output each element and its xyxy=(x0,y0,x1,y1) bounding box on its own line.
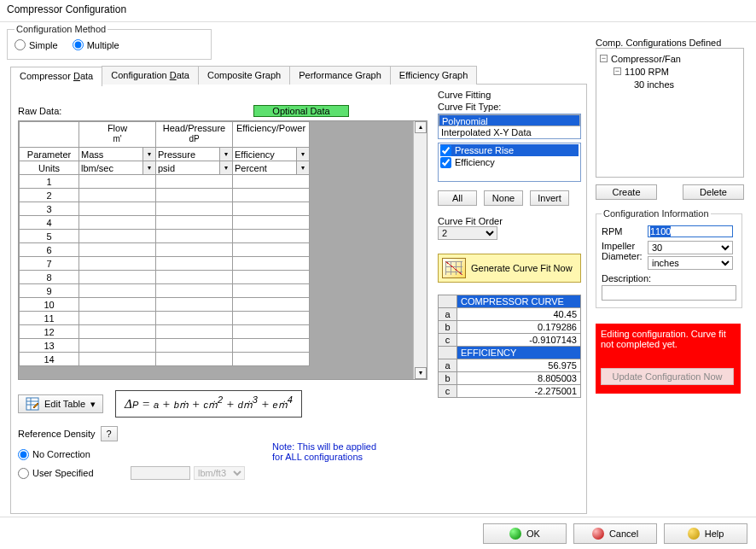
radio-simple[interactable] xyxy=(15,39,26,50)
ref-density-no-correction[interactable]: No Correction xyxy=(18,449,90,460)
tree-root[interactable]: Compressor/Fan xyxy=(611,54,681,64)
curve-fit-type-label: Curve Fit Type: xyxy=(438,102,583,112)
dropdown-arrow-icon[interactable]: ▾ xyxy=(219,148,232,161)
table-edit-icon xyxy=(26,397,39,411)
ok-button[interactable]: OK xyxy=(483,523,567,544)
select-all-button[interactable]: All xyxy=(438,190,477,206)
tab-performance-graph[interactable]: Performance Graph xyxy=(289,66,391,85)
radio-user-specified[interactable] xyxy=(18,468,29,479)
cancel-label: Cancel xyxy=(609,529,638,539)
check-icon xyxy=(509,528,521,540)
series-pressure-rise-label: Pressure Rise xyxy=(455,145,514,155)
configuration-info-legend: Configuration Information xyxy=(602,208,711,219)
curve-fit-type-interpolated[interactable]: Interpolated X-Y Data xyxy=(439,126,580,138)
select-none-button[interactable]: None xyxy=(484,190,523,206)
description-label: Description: xyxy=(602,273,651,283)
dropdown-arrow-icon[interactable]: ▾ xyxy=(219,161,232,174)
curve-fit-type-list[interactable]: Polynomial Interpolated X-Y Data xyxy=(438,114,581,139)
radio-no-correction-label: No Correction xyxy=(32,449,90,459)
window-title: Compressor Configuration xyxy=(0,0,756,22)
update-configuration-button: Update Configuration Now xyxy=(601,368,734,385)
tab-efficiency-graph[interactable]: Efficiency Graph xyxy=(390,66,478,85)
checkbox-efficiency[interactable] xyxy=(440,157,451,168)
create-button[interactable]: Create xyxy=(596,184,657,200)
config-method-multiple[interactable]: Multiple xyxy=(73,39,119,50)
dropdown-arrow-icon: ▾ xyxy=(90,399,96,410)
dropdown-arrow-icon[interactable]: ▾ xyxy=(296,148,309,161)
coeff-section-efficiency: EFFICIENCY xyxy=(457,347,581,359)
impeller-diameter-select[interactable]: 30 xyxy=(648,241,733,254)
cancel-icon xyxy=(592,528,604,540)
alert-panel: Editing configuration. Curve fit not com… xyxy=(596,324,741,394)
series-efficiency-label: Efficiency xyxy=(455,157,495,167)
ref-density-value-input xyxy=(131,466,190,480)
tree-toggle-child[interactable]: − xyxy=(614,67,621,75)
rpm-input[interactable]: 1100 xyxy=(648,225,733,237)
curve-fit-type-polynomial[interactable]: Polynomial xyxy=(439,114,580,126)
reference-density-help-button[interactable]: ? xyxy=(101,426,118,441)
tree-toggle-root[interactable]: − xyxy=(600,55,608,62)
coefficients-table: COMPRESSOR CURVE a40.45 b0.179286 c-0.91… xyxy=(438,295,581,398)
curve-fitting-legend: Curve Fitting xyxy=(438,90,583,100)
radio-user-specified-label: User Specified xyxy=(32,468,94,478)
raw-data-label: Raw Data: xyxy=(18,106,248,116)
curve-fit-series-list[interactable]: Pressure Rise Efficiency xyxy=(438,143,581,182)
ok-label: OK xyxy=(526,529,540,539)
radio-multiple-label: Multiple xyxy=(87,40,119,50)
checkbox-pressure-rise[interactable] xyxy=(440,145,451,156)
reference-density-group: Reference Density ? No Correction User S… xyxy=(18,426,274,482)
radio-no-correction[interactable] xyxy=(18,449,29,460)
dropdown-arrow-icon[interactable]: ▾ xyxy=(296,161,309,174)
config-method-group: Configuration Method Simple Multiple xyxy=(7,24,212,60)
tab-panel: Compressor Data Configuration Data Compo… xyxy=(10,84,587,514)
tab-composite-graph[interactable]: Composite Graph xyxy=(198,66,290,85)
formula-display: ΔP = a + bṁ + cṁ2 + dṁ3 + eṁ4 xyxy=(115,390,302,418)
generate-curve-icon xyxy=(442,258,466,278)
edit-table-label: Edit Table xyxy=(44,399,85,409)
radio-multiple[interactable] xyxy=(73,39,84,50)
reference-density-note: Note: This will be applied for ALL confi… xyxy=(272,441,417,462)
dropdown-arrow-icon[interactable]: ▾ xyxy=(142,148,155,161)
select-invert-button[interactable]: Invert xyxy=(530,190,569,206)
description-input[interactable] xyxy=(602,285,736,301)
tree-leaf[interactable]: 30 inches xyxy=(634,79,674,90)
rpm-label: RPM xyxy=(602,226,648,237)
ref-density-unit-select: lbm/ft3 xyxy=(194,466,245,480)
dropdown-arrow-icon[interactable]: ▾ xyxy=(142,161,155,174)
dialog-footer: OK Cancel Help xyxy=(0,517,756,549)
impeller-unit-select[interactable]: inches xyxy=(648,256,733,270)
help-button[interactable]: Help xyxy=(664,523,747,544)
configurations-tree[interactable]: −Compressor/Fan −1100 RPM 30 inches xyxy=(596,48,744,178)
tab-compressor-data[interactable]: Compressor Data xyxy=(10,67,102,86)
alert-text-line1: Editing configuration. Curve fit xyxy=(601,329,736,339)
radio-simple-label: Simple xyxy=(29,40,58,50)
series-efficiency[interactable]: Efficiency xyxy=(440,156,579,168)
cancel-button[interactable]: Cancel xyxy=(573,523,657,544)
curve-fit-order-label: Curve Fit Order xyxy=(438,216,583,226)
edit-table-button[interactable]: Edit Table ▾ xyxy=(18,394,103,413)
generate-curve-fit-label: Generate Curve Fit Now xyxy=(471,263,573,273)
grid-scrollbar[interactable]: ▴ ▾ xyxy=(413,121,427,379)
impeller-label: ImpellerDiameter: xyxy=(602,241,648,261)
coeff-section-compressor: COMPRESSOR CURVE xyxy=(457,295,581,308)
configuration-info-group: Configuration Information RPM 1100 Impel… xyxy=(596,208,742,308)
config-method-legend: Configuration Method xyxy=(15,24,108,34)
help-icon xyxy=(688,528,700,540)
curve-fitting-group: Curve Fitting Curve Fit Type: Polynomial… xyxy=(438,90,583,398)
delete-button[interactable]: Delete xyxy=(683,184,744,200)
series-pressure-rise[interactable]: Pressure Rise xyxy=(440,144,579,156)
scroll-up-icon[interactable]: ▴ xyxy=(415,121,427,133)
generate-curve-fit-button[interactable]: Generate Curve Fit Now xyxy=(438,254,581,283)
optional-data-badge: Optional Data xyxy=(253,105,349,117)
reference-density-legend: Reference Density xyxy=(18,429,96,439)
raw-data-grid[interactable]: Flowm'Head/PressuredPEfficiency/PowerPar… xyxy=(18,120,427,380)
ref-density-user-specified[interactable]: User Specified xyxy=(18,468,119,479)
scroll-down-icon[interactable]: ▾ xyxy=(415,367,427,379)
configurations-defined-label: Comp. Configurations Defined xyxy=(596,38,744,48)
config-method-simple[interactable]: Simple xyxy=(15,39,58,50)
alert-text-line2: not completed yet. xyxy=(601,339,736,349)
curve-fit-order-select[interactable]: 2 xyxy=(438,226,497,240)
tree-child[interactable]: 1100 RPM xyxy=(625,67,669,77)
tab-configuration-data[interactable]: Configuration Data xyxy=(102,66,199,85)
help-label: Help xyxy=(705,529,724,539)
